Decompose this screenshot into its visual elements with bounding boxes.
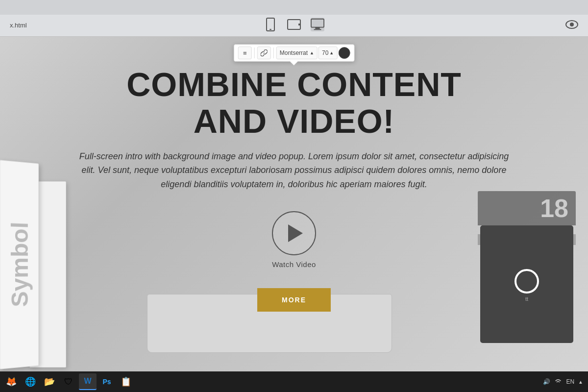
preview-eye-button[interactable]: [565, 20, 578, 31]
taskbar-speaker-icon[interactable]: 🔊: [543, 378, 550, 385]
word-icon: W: [84, 377, 91, 386]
address-bar-area: x.html: [0, 14, 588, 36]
file-name: x.html: [10, 22, 27, 29]
font-size-selector[interactable]: 70 ▲: [318, 47, 337, 59]
main-content: Symbol 18 Tue Wed Thu Fri Sat Sun tt ≡: [0, 37, 588, 392]
title-line-2: and VIDEO!: [194, 102, 394, 140]
color-picker-button[interactable]: [338, 47, 350, 59]
app6-icon: 📋: [121, 376, 131, 387]
tab-bar: [0, 0, 588, 15]
svg-rect-3: [298, 24, 300, 25]
browser-chrome: x.html: [0, 0, 588, 37]
video-play-section: Watch Video: [29, 211, 559, 269]
browser-icon: 🌐: [25, 376, 36, 387]
hero-subtitle: Full-screen intro with background image …: [74, 149, 514, 192]
desktop-view-button[interactable]: [311, 18, 324, 31]
taskbar-word[interactable]: W: [79, 373, 97, 390]
tablet-view-button[interactable]: [287, 18, 301, 31]
svg-rect-1: [270, 29, 271, 30]
toolbar-separator-1: [254, 48, 255, 58]
align-icon: ≡: [243, 49, 247, 57]
taskbar-photoshop[interactable]: Ps: [98, 373, 116, 390]
font-dropdown-arrow: ▲: [310, 50, 314, 55]
svg-rect-4: [311, 19, 324, 27]
taskbar-up-arrow[interactable]: ▲: [578, 379, 583, 385]
taskbar-firefox[interactable]: 🦊: [2, 373, 20, 390]
taskbar-right: 🔊 EN ▲: [543, 378, 586, 386]
toolbar-separator-2: [273, 48, 274, 58]
device-icons: [264, 18, 324, 31]
mobile-view-button[interactable]: [264, 18, 277, 31]
font-name-label: Montserrat: [280, 49, 308, 56]
firefox-icon: 🦊: [6, 376, 17, 387]
play-video-button[interactable]: [272, 211, 316, 255]
taskbar-language[interactable]: EN: [566, 378, 574, 385]
svg-point-8: [570, 23, 574, 26]
security-icon: 🛡: [64, 377, 73, 387]
taskbar-security[interactable]: 🛡: [60, 373, 77, 390]
svg-rect-6: [314, 29, 321, 30]
taskbar-network-icon: [554, 378, 562, 386]
size-dropdown-arrow: ▲: [329, 50, 334, 55]
play-triangle-icon: [288, 224, 303, 242]
taskbar: 🦊 🌐 📂 🛡 W Ps 📋 🔊 EN ▲: [0, 371, 588, 392]
more-button[interactable]: MORE: [257, 288, 331, 312]
filezilla-icon: 📂: [44, 376, 55, 387]
link-button[interactable]: [257, 47, 271, 59]
taskbar-browser[interactable]: 🌐: [22, 373, 39, 390]
text-editor-toolbar: ≡ Montserrat ▲ 70 ▲: [234, 44, 355, 62]
title-line-1: COMBINE CONTENT: [126, 66, 462, 103]
align-button[interactable]: ≡: [238, 47, 252, 59]
svg-rect-5: [315, 27, 319, 29]
photoshop-icon: Ps: [102, 378, 111, 386]
link-icon: [261, 49, 268, 56]
hero-content: COMBINE CONTENT and VIDEO! Full-screen i…: [0, 66, 588, 312]
font-selector[interactable]: Montserrat ▲: [276, 47, 318, 59]
taskbar-filezilla[interactable]: 📂: [41, 373, 58, 390]
hero-title: COMBINE CONTENT and VIDEO!: [29, 66, 559, 140]
watch-video-label: Watch Video: [272, 260, 316, 269]
taskbar-app6[interactable]: 📋: [117, 373, 135, 390]
font-size-label: 70: [322, 49, 328, 56]
